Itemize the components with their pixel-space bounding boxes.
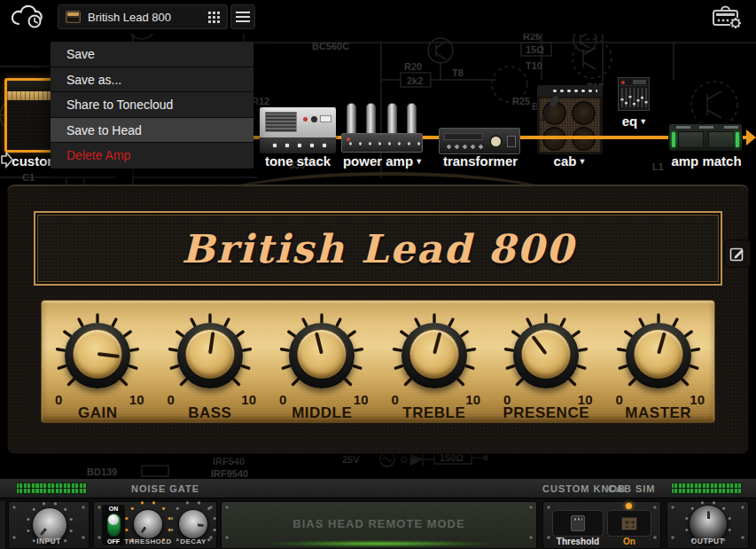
knob-cell-presence: 0 10 PRESENCE <box>490 301 603 422</box>
schematic-label: BD139 <box>87 467 117 477</box>
chain-label-tone-stack[interactable]: tone stack <box>255 153 340 169</box>
knob-pointer <box>40 524 51 536</box>
knob-pointer <box>97 352 120 358</box>
edit-amp-name-button[interactable] <box>724 239 751 268</box>
knob-name-label: MASTER <box>603 404 715 422</box>
schematic-label: IRF9540 <box>211 468 248 479</box>
knob-cell-treble: 0 10 TREBLE <box>378 301 491 422</box>
gain-knob[interactable] <box>55 313 140 398</box>
chain-label-text: amp match <box>671 153 741 169</box>
cloud-sync-icon <box>7 4 50 30</box>
decay-knob-label: DECAY <box>172 537 214 545</box>
knob-name-label: PRESENCE <box>490 404 603 422</box>
chevron-down-icon: ▼ <box>578 157 586 166</box>
eq-header <box>619 78 649 86</box>
chain-module-custom-amp[interactable] <box>4 78 56 153</box>
tone-stack-lower <box>260 137 336 153</box>
schematic-label: R20 <box>404 61 422 72</box>
chain-label-transformer[interactable]: transformer <box>434 153 526 169</box>
presence-knob[interactable] <box>503 313 588 398</box>
chain-label-amp-match[interactable]: amp match <box>665 153 748 169</box>
pedal-icon <box>571 515 585 531</box>
chain-module-amp-match[interactable] <box>668 123 743 152</box>
chain-label-text: tone stack <box>265 153 331 169</box>
middle-knob[interactable] <box>279 313 364 398</box>
tone-stack-face <box>260 107 336 137</box>
tone-stack-knob <box>311 116 317 122</box>
preset-selector[interactable]: British Lead 800 <box>58 4 228 29</box>
noise-gate-panel: ON OFF THRESHOLD DECAY <box>93 501 217 549</box>
amp-match-label-strip <box>676 126 690 129</box>
power-led <box>621 81 625 84</box>
cab-icon <box>621 517 637 530</box>
menu-item-save-to-head[interactable]: Save to Head <box>51 118 253 144</box>
tone-stack-knob-row <box>269 143 331 148</box>
schematic-label: R12 <box>252 96 269 106</box>
chain-module-eq[interactable] <box>618 77 650 111</box>
amp-match-screen <box>708 131 734 148</box>
cab-knob-row <box>551 89 597 93</box>
amp-name: British Lead 800 <box>182 226 575 271</box>
chain-label-power-amp[interactable]: power amp▼ <box>333 153 433 169</box>
chain-label-text: transformer <box>443 153 518 169</box>
hamburger-menu-button[interactable] <box>230 4 255 29</box>
custom-knob-threshold-button[interactable] <box>552 510 604 537</box>
grid-view-icon[interactable] <box>207 11 220 23</box>
power-amp-controls <box>346 138 420 149</box>
menu-item-save[interactable]: Save <box>51 42 253 67</box>
schematic-label: T10 <box>526 60 542 71</box>
custom-knob-cab-sim-panel: Threshold On <box>542 501 661 549</box>
power-amp-chassis <box>341 133 423 153</box>
schematic-label: R25 <box>512 96 530 106</box>
chain-module-cab[interactable] <box>537 85 603 154</box>
amp-actions-menu: Save Save as... Share to Tonecloud Save … <box>51 42 253 169</box>
green-led-icon <box>672 132 675 147</box>
chain-label-cab[interactable]: cab▼ <box>537 153 603 169</box>
knob-name-label: TREBLE <box>378 404 491 422</box>
vacuum-tube-icon <box>366 103 376 135</box>
cab-sim-on-led <box>626 503 632 509</box>
hamburger-icon <box>236 16 250 18</box>
eq-sliders-icon <box>619 86 649 110</box>
menu-item-save-as[interactable]: Save as... <box>51 67 253 93</box>
input-level-meter <box>16 482 87 494</box>
master-knob[interactable] <box>616 313 701 398</box>
knob-pointer <box>532 335 548 355</box>
vacuum-tube-icon <box>407 103 417 135</box>
custom-amp-top <box>7 81 53 91</box>
custom-knob-button-label: Threshold <box>549 537 607 546</box>
tonecloud-button[interactable] <box>7 4 50 30</box>
speaker-icon <box>572 101 596 125</box>
chain-label-eq[interactable]: eq▼ <box>613 114 656 129</box>
amp-match-label-strip <box>724 126 738 129</box>
transformer-knob-row <box>445 144 484 150</box>
schematic-label: C1 <box>22 172 35 183</box>
chain-module-transformer[interactable] <box>439 128 520 154</box>
transformer-switch <box>507 136 516 147</box>
cab-sim-on-button[interactable] <box>607 510 651 537</box>
chevron-down-icon: ▼ <box>639 117 647 126</box>
schematic-label: BC560C <box>312 41 349 51</box>
vacuum-tube-icon <box>387 103 397 135</box>
vu-meter-icon <box>489 135 503 148</box>
chain-module-tone-stack[interactable] <box>260 107 336 153</box>
bias-head-remote-panel: BIAS HEAD REMOTE MODE <box>221 501 537 549</box>
schematic-label: 25V <box>342 454 360 465</box>
custom-amp-panel-stripe <box>7 91 53 100</box>
green-led-icon <box>736 132 739 147</box>
menu-item-share-to-tonecloud[interactable]: Share to Tonecloud <box>51 92 253 118</box>
menu-item-delete-amp[interactable]: Delete Amp <box>51 143 253 169</box>
custom-amp-grille <box>7 100 53 150</box>
bias-head-remote-mode-text: BIAS HEAD REMOTE MODE <box>222 517 536 530</box>
knob-name-label: BASS <box>154 404 267 422</box>
knob-name-label: GAIN <box>42 404 154 422</box>
output-panel: OUTPUT <box>666 501 749 549</box>
knob-pointer <box>208 332 214 354</box>
threshold-knob-label: THRESHOLD <box>119 537 177 545</box>
head-settings-button[interactable] <box>708 2 747 32</box>
input-panel: INPUT <box>8 501 90 549</box>
treble-knob[interactable] <box>392 313 477 398</box>
bass-knob[interactable] <box>168 313 253 398</box>
chain-module-power-amp[interactable] <box>341 103 423 153</box>
amp-control-panel: 0 10 GAIN 0 10 BASS <box>41 300 715 423</box>
